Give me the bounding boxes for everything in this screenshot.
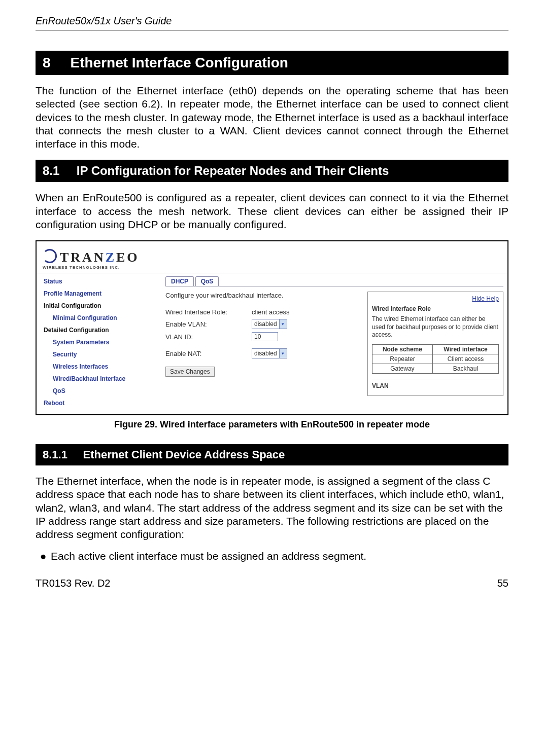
sidebar-item-system-parameters[interactable]: System Parameters: [42, 336, 158, 348]
logo-text-right: EO: [116, 250, 140, 265]
select-enable-nat[interactable]: disabled ▾: [252, 348, 287, 358]
tab-qos[interactable]: QoS: [195, 276, 219, 286]
section-heading-8: 8 Ethernet Interface Configuration: [36, 51, 508, 75]
section-number: 8.1: [43, 164, 59, 177]
divider: [372, 379, 499, 379]
section-heading-8-1-1: 8.1.1 Ethernet Client Device Address Spa…: [36, 444, 508, 465]
sidebar-item-reboot[interactable]: Reboot: [42, 397, 158, 409]
help-text: The wired Ethernet interface can either …: [372, 315, 499, 339]
figure-caption: Figure 29. Wired interface parameters wi…: [36, 419, 508, 430]
help-table-cell: Repeater: [372, 354, 433, 364]
tab-bar: DHCP QoS: [165, 276, 503, 286]
section-8-1-1-intro: The Ethernet interface, when the node is…: [36, 475, 508, 541]
logo: TRANZEO WIRELESS TECHNOLOGIES INC.: [38, 242, 506, 273]
label-enable-nat: Enable NAT:: [165, 350, 252, 357]
help-table-header-scheme: Node scheme: [372, 344, 433, 354]
save-changes-button[interactable]: Save Changes: [165, 367, 215, 377]
help-panel: Hide Help Wired Interface Role The wired…: [367, 292, 503, 396]
sidebar-item-qos[interactable]: QoS: [42, 385, 158, 397]
help-table-cell: Backhaul: [432, 364, 498, 373]
sidebar-item-security[interactable]: Security: [42, 348, 158, 361]
document-header: EnRoute50x/51x User's Guide: [36, 15, 508, 30]
sidebar-item-wireless-interfaces[interactable]: Wireless Interfaces: [42, 361, 158, 373]
chevron-down-icon: ▾: [279, 319, 287, 329]
form-description: Configure your wired/backhaul interface.: [165, 292, 357, 299]
help-table-cell: Gateway: [372, 364, 433, 373]
section-number: 8.1.1: [43, 448, 67, 461]
help-vlan-heading: VLAN: [372, 382, 499, 389]
label-vlan-id: VLAN ID:: [165, 333, 252, 341]
sidebar-item-detailed-config[interactable]: Detailed Configuration: [42, 324, 158, 336]
sidebar-item-status[interactable]: Status: [42, 275, 158, 287]
sidebar-item-initial-config[interactable]: Initial Configuration: [42, 300, 158, 312]
input-vlan-id[interactable]: 10: [252, 332, 278, 341]
footer-page-number: 55: [497, 578, 508, 589]
label-enable-vlan: Enable VLAN:: [165, 320, 252, 328]
sidebar: Status Profile Management Initial Config…: [38, 273, 162, 413]
section-title: IP Configuration for Repeater Nodes and …: [77, 164, 389, 177]
section-8-intro: The function of the Ethernet interface (…: [36, 84, 508, 151]
bullet-item: ● Each active client interface must be a…: [36, 550, 508, 562]
logo-text-z: Z: [106, 250, 116, 265]
footer-doc-id: TR0153 Rev. D2: [36, 578, 110, 589]
select-enable-nat-value: disabled: [252, 350, 279, 357]
section-number: 8: [43, 55, 51, 70]
select-enable-vlan[interactable]: disabled ▾: [252, 319, 287, 329]
tab-dhcp[interactable]: DHCP: [165, 276, 194, 286]
value-wired-role: client access: [252, 308, 289, 316]
select-enable-vlan-value: disabled: [252, 320, 279, 328]
section-title: Ethernet Interface Configuration: [70, 55, 288, 70]
chevron-down-icon: ▾: [279, 349, 287, 358]
label-wired-role: Wired Interface Role:: [165, 308, 252, 316]
section-8-1-intro: When an EnRoute500 is configured as a re…: [36, 191, 508, 231]
sidebar-item-wired-backhaul[interactable]: Wired/Backhaul Interface: [42, 373, 158, 385]
sidebar-item-minimal-config[interactable]: Minimal Configuration: [42, 312, 158, 324]
page-footer: TR0153 Rev. D2 55: [36, 578, 508, 589]
help-title: Wired Interface Role: [372, 305, 499, 312]
figure-29: TRANZEO WIRELESS TECHNOLOGIES INC. Statu…: [36, 240, 508, 415]
section-title: Ethernet Client Device Address Space: [83, 448, 285, 461]
help-table-cell: Client access: [432, 354, 498, 364]
help-table-header-interface: Wired interface: [432, 344, 498, 354]
logo-icon: [43, 249, 57, 263]
logo-subtitle: WIRELESS TECHNOLOGIES INC.: [43, 265, 501, 270]
bullet-text: Each active client interface must be ass…: [51, 550, 366, 562]
hide-help-link[interactable]: Hide Help: [372, 295, 499, 302]
sidebar-item-profile-management[interactable]: Profile Management: [42, 287, 158, 300]
logo-text-left: TRAN: [60, 250, 106, 265]
section-heading-8-1: 8.1 IP Configuration for Repeater Nodes …: [36, 160, 508, 182]
bullet-icon: ●: [36, 550, 51, 562]
help-table: Node scheme Wired interface Repeater Cli…: [372, 344, 499, 374]
